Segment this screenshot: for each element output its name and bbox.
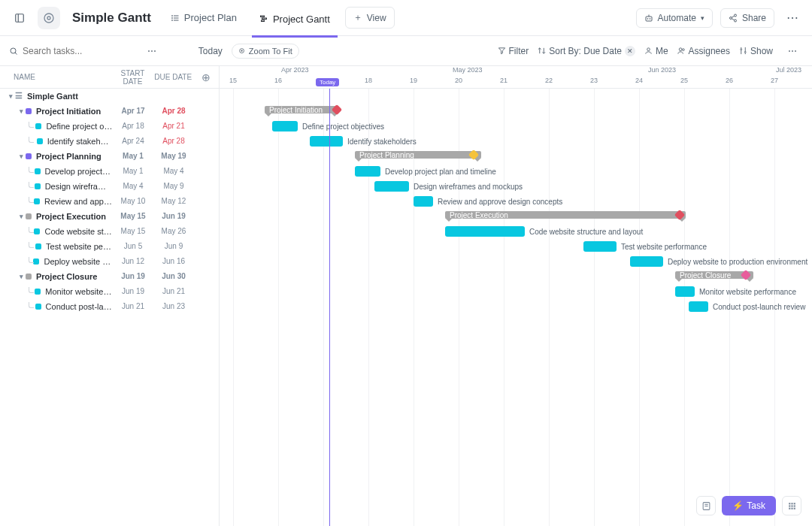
task-row[interactable]: Code website structure and layoutMay 15M… xyxy=(0,224,219,239)
sort-button[interactable]: Sort By: Due Date ✕ xyxy=(538,46,635,56)
show-button[interactable]: Show xyxy=(739,46,773,56)
tab-project-plan[interactable]: Project Plan xyxy=(163,8,244,28)
task-bar[interactable]: Test website performance xyxy=(583,241,617,252)
group-row[interactable]: ▾Project ClosureJun 19Jun 30 xyxy=(0,269,219,284)
share-icon xyxy=(729,14,738,23)
due-date: Apr 28 xyxy=(153,137,194,145)
today-line: Today xyxy=(329,89,330,526)
svg-point-17 xyxy=(734,14,736,17)
zoom-to-fit-button[interactable]: Zoom To Fit xyxy=(232,44,299,59)
gantt-chart[interactable]: TodayProject InitiationDefine project ob… xyxy=(220,89,812,526)
gridline xyxy=(549,89,550,526)
clear-sort-icon[interactable]: ✕ xyxy=(625,46,635,56)
task-row[interactable]: Design wireframes and mockupsMay 4May 9 xyxy=(0,179,219,194)
due-date: May 19 xyxy=(153,152,194,160)
collapse-sidebar-icon[interactable] xyxy=(9,8,30,29)
status-square xyxy=(35,183,41,189)
svg-point-18 xyxy=(729,17,732,19)
week-label: 16 xyxy=(256,77,301,84)
search-more-icon[interactable]: ⋯ xyxy=(147,46,156,56)
task-bar[interactable]: Review and approve design concepts xyxy=(414,196,433,207)
start-date: Jun 12 xyxy=(113,257,153,265)
today-tag: Today xyxy=(316,78,339,86)
search-input[interactable] xyxy=(23,46,143,56)
start-date: May 10 xyxy=(113,197,153,205)
today-button[interactable]: Today xyxy=(198,46,223,56)
task-bar[interactable]: Identify stakeholders xyxy=(310,136,343,147)
add-view-button[interactable]: ＋ View xyxy=(345,7,395,29)
week-label: 25 xyxy=(662,77,707,84)
task-bar[interactable]: Monitor website performance xyxy=(675,286,695,297)
page-title: Simple Gantt xyxy=(72,11,151,26)
caret-icon[interactable]: ▾ xyxy=(17,107,26,115)
new-task-button[interactable]: ⚡Task xyxy=(722,496,776,515)
list-icon xyxy=(171,14,180,23)
caret-icon[interactable]: ▾ xyxy=(6,92,15,100)
task-bar[interactable]: Design wireframes and mockups xyxy=(374,181,409,192)
notepad-icon[interactable] xyxy=(696,496,716,515)
search-icon xyxy=(9,47,18,56)
status-square xyxy=(34,198,40,204)
start-date: Jun 19 xyxy=(113,272,153,280)
gridline xyxy=(639,89,640,526)
more-icon[interactable]: ⋯ xyxy=(782,8,803,29)
assignees-button[interactable]: Assignees xyxy=(677,46,730,56)
svg-rect-44 xyxy=(793,503,795,504)
group-row[interactable]: ▾Project InitiationApr 17Apr 28 xyxy=(0,104,219,119)
task-row[interactable]: Develop project plan and timelineMay 1Ma… xyxy=(0,164,219,179)
svg-point-19 xyxy=(734,20,736,22)
task-bar[interactable]: Conduct post-launch review xyxy=(689,301,708,312)
group-row[interactable]: ▾Project ExecutionMay 15Jun 19 xyxy=(0,209,219,224)
svg-point-34 xyxy=(744,51,746,53)
task-row[interactable]: Identify stakeholdersApr 24Apr 28 xyxy=(0,134,219,149)
group-row[interactable]: ▾Project PlanningMay 1May 19 xyxy=(0,149,219,164)
timeline-panel[interactable]: Apr 2023May 2023Jun 2023Jul 2023 1516171… xyxy=(220,66,812,526)
week-label: 21 xyxy=(481,77,526,84)
share-button[interactable]: Share xyxy=(720,8,774,28)
svg-line-23 xyxy=(15,53,17,55)
task-row[interactable]: Monitor website performanceJun 19Jun 21 xyxy=(0,284,219,299)
space-icon xyxy=(38,7,60,29)
bar-label: Test website performance xyxy=(621,243,707,251)
status-square xyxy=(35,304,41,310)
gantt-container: NAME Start Date Due Date ⊕ ▾☰Simple Gant… xyxy=(0,66,812,526)
apps-icon[interactable] xyxy=(782,496,801,515)
svg-rect-0 xyxy=(16,14,24,22)
svg-point-8 xyxy=(171,17,172,18)
task-row[interactable]: Deploy website to production environment… xyxy=(0,254,219,269)
start-date: Jun 19 xyxy=(113,287,153,295)
task-bar[interactable]: Code website structure and layout xyxy=(445,226,525,237)
add-column-button[interactable]: ⊕ xyxy=(193,71,219,83)
task-rows: ▾☰Simple Gantt▾Project InitiationApr 17A… xyxy=(0,89,219,526)
caret-icon[interactable]: ▾ xyxy=(17,213,26,220)
caret-icon[interactable]: ▾ xyxy=(17,273,26,280)
col-header-start: Start Date xyxy=(113,69,153,86)
task-row[interactable]: Test website performanceJun 5Jun 9 xyxy=(0,239,219,254)
task-bar[interactable]: Deploy website to production environment xyxy=(630,256,663,267)
filter-button[interactable]: Filter xyxy=(498,46,529,56)
caret-icon[interactable]: ▾ xyxy=(17,153,26,160)
me-button[interactable]: Me xyxy=(644,46,668,56)
svg-point-22 xyxy=(11,48,16,53)
task-row[interactable]: Review and approve design conceptsMay 10… xyxy=(0,194,219,209)
start-date: Jun 5 xyxy=(113,242,153,250)
month-label: Apr 2023 xyxy=(281,66,309,74)
summary-bar[interactable]: Project Initiation xyxy=(265,106,338,113)
task-name: Develop project plan and timeline xyxy=(45,167,113,176)
task-name: Conduct post-launch review xyxy=(46,302,113,311)
summary-bar[interactable]: Project Planning xyxy=(355,151,481,159)
task-row[interactable]: Conduct post-launch reviewJun 21Jun 23 xyxy=(0,299,219,314)
start-date: Apr 18 xyxy=(113,122,153,130)
task-bar[interactable]: Define project objectives xyxy=(272,121,298,132)
svg-rect-42 xyxy=(789,503,790,504)
tab-project-gantt[interactable]: Project Gantt xyxy=(252,9,338,38)
robot-icon xyxy=(644,14,653,23)
summary-bar[interactable]: Project Execution xyxy=(445,211,686,219)
automate-button[interactable]: Automate ▾ xyxy=(636,8,713,28)
task-row[interactable]: Define project objectivesApr 18Apr 21 xyxy=(0,119,219,134)
toolbar-more-icon[interactable]: ⋯ xyxy=(782,41,803,62)
settings-icon xyxy=(739,47,747,55)
task-bar[interactable]: Develop project plan and timeline xyxy=(355,166,380,177)
plus-icon: ＋ xyxy=(353,11,362,24)
group-row[interactable]: ▾☰Simple Gantt xyxy=(0,89,219,104)
